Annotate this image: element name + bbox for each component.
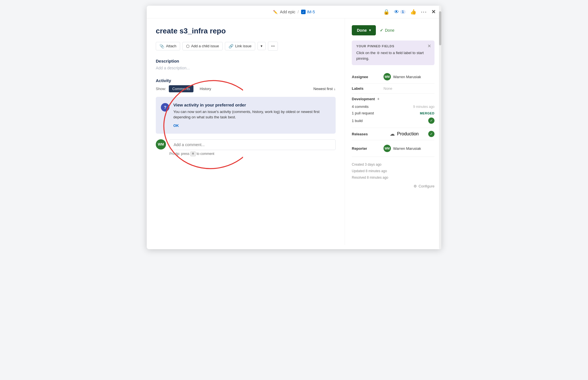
issue-id[interactable]: IM-5 bbox=[307, 10, 315, 14]
reporter-avatar: WM bbox=[384, 145, 391, 152]
activity-header: Show: Comments History Newest first ↓ bbox=[156, 85, 336, 92]
child-issue-icon: ⬡ bbox=[186, 44, 189, 48]
description-title: Description bbox=[156, 59, 336, 63]
done-button[interactable]: Done ▾ bbox=[352, 25, 376, 35]
info-title: View activity in your preferred order bbox=[173, 103, 330, 107]
commits-time: 9 minutes ago bbox=[413, 105, 434, 109]
pinned-fields-close-button[interactable]: ✕ bbox=[427, 43, 431, 49]
configure-label: Configure bbox=[419, 184, 434, 188]
toolbar-dropdown-button[interactable]: ▾ bbox=[257, 42, 266, 50]
assignee-value: WM Warren Marusiak bbox=[384, 73, 434, 80]
reporter-section: Reporter WM Warren Marusiak bbox=[352, 140, 434, 157]
watch-icon: 👁 bbox=[394, 9, 399, 15]
more-options-icon[interactable]: ··· bbox=[421, 8, 427, 16]
pro-tip-prefix: Pro tip: press bbox=[169, 152, 189, 156]
configure-row[interactable]: ⚙ Configure bbox=[352, 184, 434, 188]
assignee-avatar: WM bbox=[384, 73, 391, 80]
pro-tip-suffix: to comment bbox=[197, 152, 214, 156]
labels-label: Labels bbox=[352, 86, 380, 91]
sort-button[interactable]: Newest first ↓ bbox=[314, 87, 336, 91]
lock-icon[interactable]: 🔒 bbox=[383, 9, 389, 15]
pull-request-row: 1 pull request MERGED bbox=[352, 110, 434, 116]
releases-value: ☁ Production bbox=[390, 131, 419, 137]
created-timestamp: Created 3 days ago bbox=[352, 161, 434, 168]
development-header: Development + bbox=[352, 97, 434, 101]
watch-button[interactable]: 👁 1 bbox=[394, 9, 406, 15]
comment-input-wrapper: Pro tip: press M to comment bbox=[169, 139, 336, 156]
build-row: 1 build ✓ bbox=[352, 116, 434, 125]
pro-tip-key: M bbox=[190, 151, 196, 156]
thumbs-up-icon[interactable]: 👍 bbox=[410, 9, 416, 15]
close-icon[interactable]: ✕ bbox=[431, 9, 436, 15]
development-label: Development bbox=[352, 97, 375, 101]
add-epic-link[interactable]: Add epic bbox=[280, 10, 295, 14]
scrollbar-track[interactable] bbox=[439, 6, 441, 249]
right-panel: Done ▾ ✓ Done YOUR PINNED FIELDS Click o… bbox=[345, 18, 441, 245]
assignee-field-row[interactable]: Assignee WM Warren Marusiak bbox=[352, 70, 434, 84]
edit-icon: ✏️ bbox=[273, 10, 278, 14]
resolved-timestamp: Resolved 8 minutes ago bbox=[352, 174, 434, 181]
pin-icon: ⊕ bbox=[377, 51, 380, 55]
toolbar-more-button[interactable]: ··· bbox=[268, 42, 278, 51]
watch-count: 1 bbox=[400, 10, 406, 14]
description-placeholder[interactable]: Add a description... bbox=[156, 66, 336, 70]
assignee-name: Warren Marusiak bbox=[393, 75, 421, 79]
info-ok-link[interactable]: OK bbox=[173, 123, 179, 128]
releases-row: Releases ☁ Production ✓ bbox=[352, 131, 434, 137]
reporter-value: WM Warren Marusiak bbox=[384, 145, 434, 152]
sort-icon: ↓ bbox=[334, 87, 336, 91]
activity-show-row: Show: Comments History bbox=[156, 85, 214, 92]
status-done-label: ✓ Done bbox=[380, 28, 394, 33]
comments-tab[interactable]: Comments bbox=[169, 85, 193, 92]
breadcrumb: ✏️ Add epic / ✓ IM-5 bbox=[273, 10, 315, 14]
attach-button[interactable]: 📎 Attach bbox=[156, 42, 180, 50]
development-add-icon[interactable]: + bbox=[377, 97, 380, 101]
history-tab[interactable]: History bbox=[196, 85, 214, 92]
pro-tip: Pro tip: press M to comment bbox=[169, 152, 336, 156]
comment-input[interactable] bbox=[169, 139, 336, 150]
reporter-label: Reporter bbox=[352, 146, 380, 151]
merged-badge: MERGED bbox=[420, 112, 434, 115]
info-icon: ? bbox=[161, 103, 169, 112]
info-content: View activity in your preferred order Yo… bbox=[173, 103, 330, 128]
pinned-fields-prefix: Click on the bbox=[356, 51, 376, 55]
releases-name: Production bbox=[397, 131, 419, 136]
releases-check-icon: ✓ bbox=[428, 131, 434, 137]
activity-info-box: ? View activity in your preferred order … bbox=[156, 97, 336, 134]
toolbar: 📎 Attach ⬡ Add a child issue 🔗 Link issu… bbox=[156, 42, 336, 51]
build-label: 1 build bbox=[352, 119, 363, 123]
breadcrumb-separator: / bbox=[298, 10, 299, 14]
status-check-icon: ✓ bbox=[380, 28, 383, 33]
development-section: Development + 4 commits 9 minutes ago 1 … bbox=[352, 94, 434, 128]
attach-label: Attach bbox=[166, 44, 176, 48]
top-bar: ✏️ Add epic / ✓ IM-5 🔒 👁 1 👍 ··· ✕ bbox=[147, 6, 441, 18]
reporter-name: Warren Marusiak bbox=[393, 146, 421, 151]
status-row: Done ▾ ✓ Done bbox=[352, 25, 434, 35]
link-issue-label: Link issue bbox=[235, 44, 252, 48]
pinned-fields-title: YOUR PINNED FIELDS bbox=[356, 44, 430, 48]
labels-field-row[interactable]: Labels None bbox=[352, 84, 434, 94]
scrollbar-thumb[interactable] bbox=[439, 11, 441, 45]
commits-row: 4 commits 9 minutes ago bbox=[352, 103, 434, 110]
link-icon: 🔗 bbox=[229, 44, 233, 48]
done-chevron-icon: ▾ bbox=[369, 28, 371, 32]
description-section: Description Add a description... bbox=[156, 59, 336, 70]
pinned-fields-body: Click on the ⊕ next to a field label to … bbox=[356, 50, 430, 61]
info-body: You can now sort an issue's activity (co… bbox=[173, 109, 330, 120]
link-issue-button[interactable]: 🔗 Link issue bbox=[225, 42, 255, 50]
show-label: Show: bbox=[156, 87, 166, 91]
configure-icon: ⚙ bbox=[414, 184, 417, 188]
done-btn-label: Done bbox=[357, 28, 367, 33]
releases-section: Releases ☁ Production ✓ bbox=[352, 128, 434, 140]
issue-badge[interactable]: ✓ IM-5 bbox=[301, 10, 315, 14]
commits-label: 4 commits bbox=[352, 104, 368, 109]
comment-area: WM Pro tip: press M to comment bbox=[156, 139, 336, 156]
child-issue-label: Add a child issue bbox=[191, 44, 219, 48]
reporter-field-row[interactable]: Reporter WM Warren Marusiak bbox=[352, 143, 434, 154]
pinned-fields-box: YOUR PINNED FIELDS Click on the ⊕ next t… bbox=[352, 40, 434, 65]
left-panel: create s3_infra repo 📎 Attach ⬡ Add a ch… bbox=[147, 18, 345, 245]
status-label: Done bbox=[385, 28, 394, 33]
add-child-issue-button[interactable]: ⬡ Add a child issue bbox=[182, 42, 223, 50]
build-check-icon: ✓ bbox=[428, 118, 434, 124]
top-bar-actions: 🔒 👁 1 👍 ··· ✕ bbox=[383, 8, 436, 16]
